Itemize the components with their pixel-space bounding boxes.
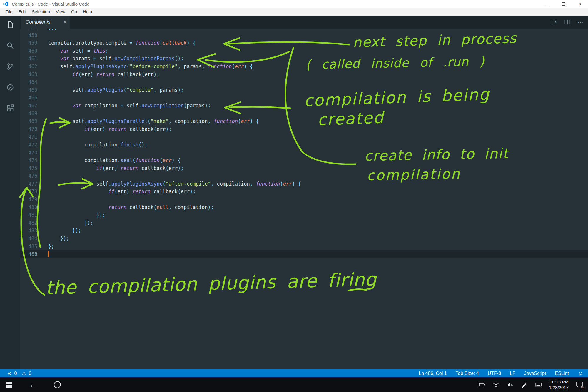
code-line: 469 self.applyPluginsParallel("make", co… [20, 117, 588, 125]
window-title: Compiler.js - Code - Visual Studio Code [12, 1, 89, 6]
code-line: 473 [20, 149, 588, 157]
code-line: 471 [20, 133, 588, 141]
text-cursor [48, 251, 49, 257]
editor-group: Compiler.js ✕ ··· 457});458459Compiler.p… [20, 16, 588, 369]
code-line: 468 [20, 110, 588, 118]
source-control-icon[interactable] [4, 60, 17, 73]
warnings-count[interactable]: 0 [29, 371, 31, 376]
linter-status[interactable]: ESLint [555, 371, 569, 376]
back-button[interactable]: ← [29, 381, 37, 389]
volume-muted-icon[interactable] [507, 381, 514, 388]
code-line: 483 }); [20, 227, 588, 235]
line-number: 484 [20, 235, 37, 243]
pen-icon[interactable] [521, 381, 528, 388]
window-controls: ✕ [539, 0, 588, 8]
code-line: 481 }); [20, 211, 588, 219]
battery-icon[interactable] [478, 381, 485, 388]
code-line: 482 }); [20, 219, 588, 227]
menu-item-selection[interactable]: Selection [29, 8, 53, 16]
line-number: 459 [20, 39, 37, 47]
line-number: 486 [20, 250, 37, 258]
code-line: 457}); [20, 29, 588, 31]
code-lines: 457});458459Compiler.prototype.compile =… [20, 29, 588, 258]
code-line: 467 var compilation = self.newCompilatio… [20, 102, 588, 110]
vscode-logo-icon[interactable] [3, 1, 8, 6]
encoding[interactable]: UTF-8 [488, 371, 501, 376]
feedback-smiley-icon[interactable]: ☺ [578, 370, 583, 377]
start-button[interactable] [6, 382, 12, 388]
more-actions-icon[interactable]: ··· [577, 19, 584, 26]
code-line: 470 if(err) return callback(err); [20, 125, 588, 133]
split-editor-icon[interactable] [564, 19, 571, 26]
line-number: 463 [20, 71, 37, 79]
line-number: 483 [20, 227, 37, 235]
menu-item-help[interactable]: Help [80, 8, 95, 16]
extensions-icon[interactable] [4, 102, 17, 115]
line-number: 458 [20, 31, 37, 39]
line-number: 481 [20, 211, 37, 219]
line-number: 485 [20, 243, 37, 251]
taskbar-clock[interactable]: 10:13 PM 1/28/2017 [549, 379, 569, 390]
wifi-icon[interactable] [492, 381, 500, 388]
notification-badge: 15 [580, 386, 584, 389]
status-bar: ⊘ 0 ⚠ 0 Ln 486, Col 1 Tab Size: 4 UTF-8 … [0, 369, 588, 377]
line-number: 471 [20, 133, 37, 141]
tab-compiler-js[interactable]: Compiler.js ✕ [21, 16, 70, 29]
errors-count[interactable]: 0 [14, 371, 17, 376]
code-line: 480 return callback(null, compilation); [20, 203, 588, 211]
code-line: 477 self.applyPluginsAsync("after-compil… [20, 180, 588, 188]
title-bar: Compiler.js - Code - Visual Studio Code … [0, 0, 588, 8]
code-line: 476 [20, 172, 588, 180]
line-number: 479 [20, 196, 37, 203]
line-number: 476 [20, 172, 37, 180]
line-number: 465 [20, 86, 37, 94]
line-number: 480 [20, 203, 37, 211]
code-line: 464 [20, 78, 588, 86]
code-line: 475 if(err) return callback(err); [20, 164, 588, 172]
action-center-button[interactable]: 15 [576, 381, 584, 388]
language-mode[interactable]: JavaScript [524, 371, 546, 376]
line-number: 466 [20, 94, 37, 102]
warnings-icon[interactable]: ⚠ [22, 371, 26, 376]
open-changes-icon[interactable] [551, 19, 558, 26]
search-icon[interactable] [4, 39, 17, 52]
menu-item-view[interactable]: View [53, 8, 68, 16]
explorer-icon[interactable] [4, 18, 17, 31]
maximize-button[interactable] [555, 0, 572, 8]
line-number: 460 [20, 47, 37, 55]
workbench: Compiler.js ✕ ··· 457});458459Compiler.p… [0, 16, 588, 369]
touch-keyboard-icon[interactable] [535, 381, 542, 388]
tab-close-icon[interactable]: ✕ [61, 19, 67, 25]
eol-sequence[interactable]: LF [510, 371, 515, 376]
line-number: 478 [20, 188, 37, 196]
activity-bar [0, 16, 20, 369]
errors-icon[interactable]: ⊘ [8, 371, 11, 376]
debug-icon[interactable] [4, 81, 17, 94]
line-number: 470 [20, 125, 37, 133]
cursor-position[interactable]: Ln 486, Col 1 [419, 371, 447, 376]
menu-item-go[interactable]: Go [68, 8, 80, 16]
menu-item-edit[interactable]: Edit [15, 8, 29, 16]
line-number: 472 [20, 141, 37, 149]
line-number: 474 [20, 156, 37, 164]
code-line: 461 var params = self.newCompilationPara… [20, 55, 588, 63]
editor-actions: ··· [551, 16, 584, 29]
code-editor[interactable]: 457});458459Compiler.prototype.compile =… [20, 29, 588, 369]
line-number: 473 [20, 149, 37, 157]
cortana-button[interactable] [54, 381, 61, 388]
line-number: 457 [20, 29, 37, 31]
code-line: 485}; [20, 243, 588, 251]
indentation[interactable]: Tab Size: 4 [456, 371, 479, 376]
tab-bar: Compiler.js ✕ ··· [20, 16, 588, 29]
line-number: 477 [20, 180, 37, 188]
menu-item-file[interactable]: File [2, 8, 15, 16]
code-line: 484 }); [20, 235, 588, 243]
close-button[interactable]: ✕ [572, 0, 588, 8]
minimize-button[interactable] [539, 0, 555, 8]
code-line: 478 if(err) return callback(err); [20, 188, 588, 196]
tab-label: Compiler.js [26, 19, 61, 25]
code-line: 463 if(err) return callback(err); [20, 71, 588, 79]
line-number: 469 [20, 117, 37, 125]
line-number: 461 [20, 55, 37, 63]
menu-bar: FileEditSelectionViewGoHelp [0, 8, 588, 16]
